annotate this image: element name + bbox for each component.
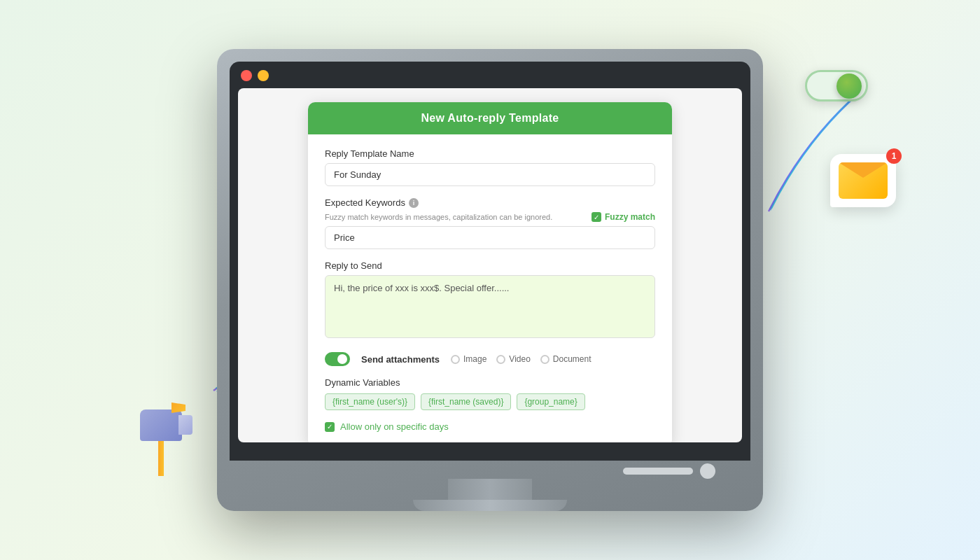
stand-base	[413, 500, 567, 511]
modal-body: Reply Template Name Expected Keywords i	[308, 134, 672, 442]
reply-label: Reply to Send	[325, 260, 655, 271]
allow-days-label: Allow only on specific days	[340, 421, 449, 432]
screen-content: New Auto-reply Template Reply Template N…	[238, 88, 742, 442]
attachment-type-group: Image Video Document	[451, 354, 592, 364]
keywords-label: Expected Keywords i	[325, 197, 655, 208]
dynamic-vars-group: Dynamic Variables {first_name (user's)} …	[325, 377, 655, 410]
mailbox-door	[178, 415, 192, 435]
var-tag-firstname-saved[interactable]: {first_name (saved)}	[421, 393, 511, 410]
stand-bar	[623, 468, 693, 475]
decorative-toggle	[805, 70, 868, 102]
attachments-label: Send attachments	[361, 354, 440, 365]
envelope-bubble: 1	[830, 154, 896, 207]
traffic-lights	[238, 70, 742, 81]
info-icon: i	[409, 198, 419, 208]
template-name-group: Reply Template Name	[325, 148, 655, 186]
image-radio-dot	[451, 355, 460, 364]
vars-row: {first_name (user's)} {first_name (saved…	[325, 393, 655, 410]
attachments-row: Send attachments Image Video	[325, 352, 655, 366]
template-name-label: Reply Template Name	[325, 148, 655, 159]
modal-header: New Auto-reply Template	[308, 102, 672, 134]
notification-badge: 1	[886, 148, 902, 164]
attachments-toggle[interactable]	[325, 352, 350, 366]
keywords-input[interactable]	[325, 226, 655, 249]
reply-textarea[interactable]: Hi, the price of xxx is xxx$. Special of…	[325, 275, 655, 338]
monitor-stand	[230, 461, 750, 511]
allow-days-row: Allow only on specific days	[325, 421, 655, 432]
reply-group: Reply to Send Hi, the price of xxx is xx…	[325, 260, 655, 341]
modal-dialog: New Auto-reply Template Reply Template N…	[308, 102, 672, 442]
toggle-knob	[836, 74, 862, 99]
monitor: New Auto-reply Template Reply Template N…	[217, 49, 763, 511]
video-radio-dot	[496, 355, 505, 364]
template-name-input[interactable]	[325, 163, 655, 186]
fuzzy-hint: Fuzzy match keywords in messages, capita…	[325, 213, 552, 221]
document-label: Document	[553, 354, 592, 364]
fuzzy-label: Fuzzy match	[605, 212, 655, 222]
var-tag-firstname-users[interactable]: {first_name (user's)}	[325, 393, 415, 410]
stand-neck	[448, 479, 532, 500]
keywords-group: Expected Keywords i Fuzzy match keywords…	[325, 197, 655, 249]
stand-circle	[700, 463, 715, 479]
decorative-mailbox	[140, 410, 182, 476]
var-tag-groupname[interactable]: {group_name}	[517, 393, 584, 410]
decorative-envelope: 1	[830, 154, 896, 207]
screen-bezel: New Auto-reply Template Reply Template N…	[230, 62, 750, 461]
fuzzy-checkbox[interactable]: Fuzzy match	[592, 212, 655, 222]
fuzzy-check-icon	[592, 212, 601, 222]
mailbox-flag	[172, 402, 186, 413]
envelope-flap	[839, 162, 888, 178]
video-label: Video	[509, 354, 530, 364]
image-label: Image	[463, 354, 486, 364]
close-button[interactable]	[241, 70, 252, 81]
document-radio-dot	[540, 355, 550, 364]
stand-bar-row	[623, 463, 736, 479]
envelope-body	[839, 162, 888, 199]
mailbox-post	[158, 441, 164, 476]
image-radio[interactable]: Image	[451, 354, 486, 364]
video-radio[interactable]: Video	[496, 354, 530, 364]
fuzzy-row: Fuzzy match keywords in messages, capita…	[325, 212, 655, 222]
document-radio[interactable]: Document	[540, 354, 592, 364]
dynamic-vars-label: Dynamic Variables	[325, 377, 655, 388]
allow-days-checkbox[interactable]	[325, 422, 335, 432]
minimize-button[interactable]	[258, 70, 269, 81]
mailbox-body	[140, 410, 182, 441]
modal-title: New Auto-reply Template	[421, 112, 559, 124]
